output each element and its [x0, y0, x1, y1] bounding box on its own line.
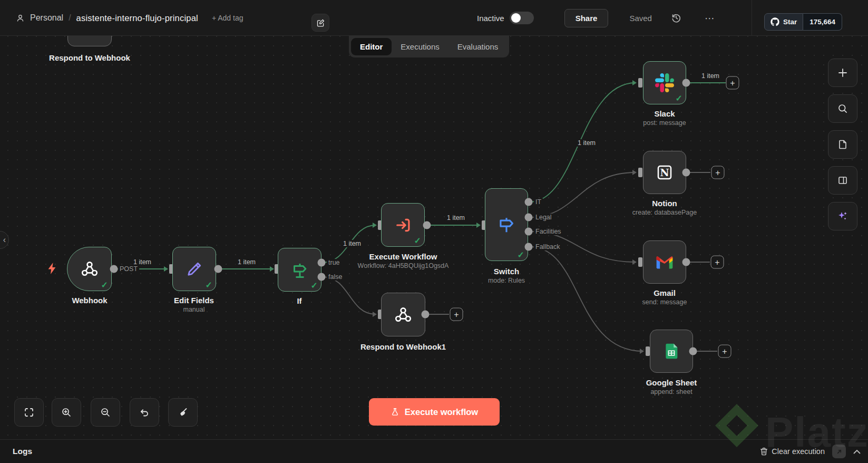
logs-panel-header[interactable]: Logs Clear execution — [0, 439, 868, 463]
connection-label-items: 1 item — [341, 240, 363, 247]
output-port-edit-fields[interactable] — [214, 265, 222, 273]
port-label-false: false — [327, 273, 344, 281]
node-label-block: Google Sheet append: sheet — [646, 378, 697, 397]
if-signpost-icon — [290, 261, 309, 279]
workflow-name[interactable]: asistente-interno-flujo-principal — [76, 13, 198, 23]
node-label-block: Respond to Webhook — [49, 53, 130, 63]
undo-button[interactable] — [130, 398, 159, 427]
tab-executions[interactable]: Executions — [392, 38, 448, 55]
split-panel-button[interactable] — [828, 166, 857, 195]
node-webhook[interactable]: ✓ — [67, 247, 112, 291]
gmail-icon — [655, 254, 675, 270]
active-toggle[interactable] — [510, 12, 534, 24]
templates-button[interactable] — [828, 130, 857, 159]
input-port-slack[interactable] — [638, 78, 642, 88]
zoom-in-icon — [61, 407, 72, 418]
rename-workflow-button[interactable] — [311, 14, 329, 32]
node-label: If — [297, 296, 301, 306]
node-notion[interactable]: N — [643, 151, 686, 194]
webhook-icon — [81, 260, 99, 278]
more-options-button[interactable]: ⋯ — [705, 12, 716, 24]
node-label: Edit Fields — [174, 295, 214, 305]
tab-editor[interactable]: Editor — [351, 38, 392, 55]
connections-layer — [0, 0, 868, 463]
node-if[interactable]: ✓ — [278, 248, 321, 292]
output-port-switch-it[interactable] — [525, 198, 533, 206]
node-sublabel: post: message — [643, 119, 686, 128]
add-tag-button[interactable]: + Add tag — [212, 14, 243, 22]
broom-icon — [178, 407, 188, 418]
fit-view-icon — [24, 407, 34, 418]
history-button[interactable] — [671, 13, 681, 23]
n8n-workflow-editor: Respond to Webhook ✓ POST 1 item Webhook… — [0, 0, 868, 463]
chevron-up-icon[interactable] — [853, 449, 861, 454]
slack-icon — [655, 73, 674, 92]
success-check-icon: ✓ — [414, 236, 421, 246]
add-node-plus-button[interactable]: + — [711, 256, 724, 269]
user-icon — [16, 14, 25, 23]
add-node-plus-button[interactable]: + — [711, 166, 725, 179]
popout-arrow-icon — [836, 448, 843, 455]
add-node-plus-button[interactable]: + — [718, 345, 732, 358]
webhook-icon — [394, 306, 412, 324]
zoom-in-button[interactable] — [52, 398, 81, 427]
add-node-plus-button[interactable]: + — [450, 308, 463, 321]
node-label: Respond to Webhook — [49, 53, 130, 63]
output-port-if-true[interactable] — [318, 259, 326, 267]
node-switch[interactable]: ✓ — [485, 188, 528, 261]
open-logs-popout-button[interactable] — [832, 445, 846, 458]
view-tabs: Editor Executions Evaluations — [349, 35, 509, 57]
add-node-plus-button[interactable]: + — [726, 76, 739, 90]
output-port-switch-legal[interactable] — [525, 214, 533, 221]
tidy-up-button[interactable] — [168, 398, 198, 427]
top-bar-actions: Inactive Share Saved ⋯ — [477, 0, 716, 36]
output-port-if-false[interactable] — [318, 273, 326, 281]
tab-evaluations[interactable]: Evaluations — [448, 38, 508, 55]
success-check-icon: ✓ — [518, 250, 524, 260]
svg-text:N: N — [660, 167, 669, 178]
github-logo-icon — [771, 17, 779, 26]
flask-icon — [391, 407, 399, 417]
node-label: Respond to Webhook1 — [360, 342, 446, 352]
breadcrumb-project[interactable]: Personal — [30, 13, 63, 23]
output-port-execute-workflow[interactable] — [423, 221, 431, 229]
clear-execution-button[interactable]: Clear execution — [760, 447, 825, 456]
node-label-block: Edit Fields manual — [174, 295, 214, 314]
output-port-slack[interactable] — [682, 79, 690, 87]
execute-workflow-button[interactable]: Execute workflow — [369, 398, 500, 426]
output-port-respond-webhook1[interactable] — [422, 311, 430, 319]
sparkles-icon — [836, 210, 849, 223]
success-check-icon: ✓ — [311, 281, 318, 291]
output-port-switch-fallback[interactable] — [525, 243, 533, 251]
add-node-button[interactable] — [828, 59, 857, 87]
output-port-switch-facilities[interactable] — [525, 228, 533, 236]
output-port-gmail[interactable] — [682, 258, 690, 266]
github-star-widget[interactable]: Star 175,664 — [764, 13, 842, 31]
execute-workflow-label: Execute workflow — [405, 407, 478, 417]
connection-label-items: 1 item — [576, 139, 598, 147]
logs-title: Logs — [13, 447, 32, 456]
zoom-to-fit-button[interactable] — [14, 398, 44, 427]
node-respond-to-webhook1[interactable] — [381, 293, 425, 336]
output-port-google-sheet[interactable] — [689, 348, 697, 355]
input-port-gmail[interactable] — [638, 257, 642, 267]
connection-switch-fallback-googlesheet — [530, 247, 643, 351]
share-button[interactable]: Share — [564, 9, 609, 27]
node-edit-fields[interactable]: ✓ — [172, 247, 216, 291]
input-port-google-sheet[interactable] — [646, 346, 650, 356]
input-port-notion[interactable] — [638, 168, 642, 177]
node-gmail[interactable] — [643, 240, 686, 284]
github-star-count[interactable]: 175,664 — [803, 13, 842, 31]
node-execute-workflow[interactable]: ✓ — [381, 203, 425, 247]
connection-switch-legal-notion — [530, 172, 636, 217]
github-star-button[interactable]: Star — [764, 13, 803, 31]
output-port-webhook[interactable] — [110, 265, 118, 273]
search-button[interactable] — [828, 94, 857, 123]
zoom-out-button[interactable] — [91, 398, 120, 427]
node-google-sheet[interactable] — [650, 330, 693, 373]
port-label-it: IT — [534, 198, 543, 206]
node-slack[interactable]: ✓ — [643, 61, 686, 104]
ai-assistant-button[interactable] — [828, 202, 857, 230]
output-port-notion[interactable] — [682, 169, 690, 177]
node-sublabel: create: databasePage — [632, 208, 697, 217]
